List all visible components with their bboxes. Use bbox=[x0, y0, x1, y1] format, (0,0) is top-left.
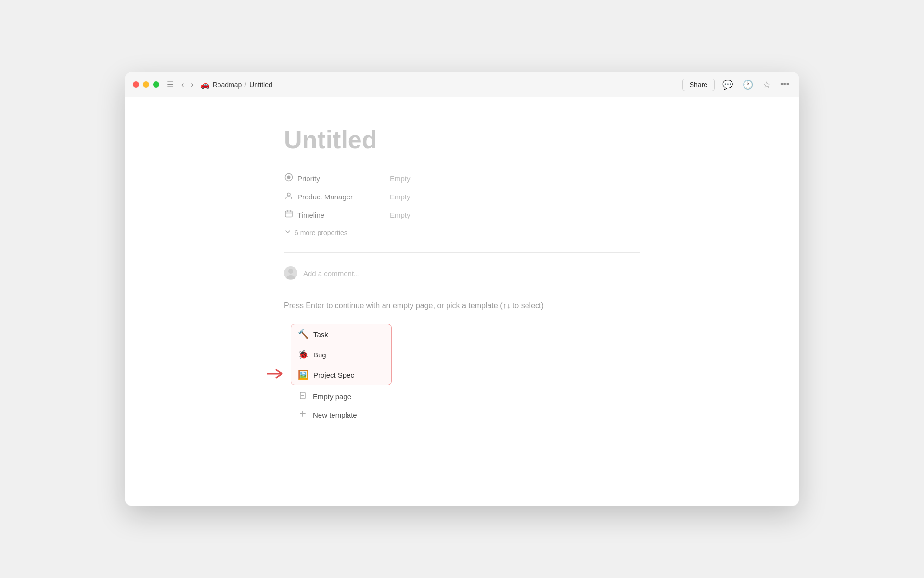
project-spec-icon: 🖼️ bbox=[298, 369, 308, 380]
project-spec-label: Project Spec bbox=[313, 371, 354, 379]
property-label-product-manager: Product Manager bbox=[284, 191, 390, 202]
plus-icon bbox=[297, 410, 308, 420]
property-label-priority: Priority bbox=[284, 173, 390, 184]
template-highlighted-group: 🔨 Task 🐞 Bug 🖼️ Project Spec bbox=[291, 324, 392, 385]
template-hint: Press Enter to continue with an empty pa… bbox=[284, 302, 640, 310]
product-manager-value: Empty bbox=[390, 193, 411, 201]
maximize-button[interactable] bbox=[153, 81, 159, 88]
comment-icon[interactable]: 💬 bbox=[720, 78, 735, 92]
empty-page-label: Empty page bbox=[313, 393, 351, 401]
priority-label: Priority bbox=[297, 174, 320, 183]
breadcrumb-parent[interactable]: Roadmap bbox=[213, 81, 242, 89]
roadmap-emoji: 🚗 bbox=[200, 80, 210, 89]
breadcrumb-separator: / bbox=[244, 81, 246, 89]
properties-divider bbox=[284, 252, 640, 253]
bug-icon: 🐞 bbox=[298, 349, 308, 360]
user-avatar bbox=[284, 266, 297, 280]
main-content: Untitled Priority bbox=[125, 97, 799, 506]
page-body: Untitled Priority bbox=[245, 126, 679, 424]
more-icon[interactable]: ••• bbox=[778, 78, 791, 92]
template-item-project-spec[interactable]: 🖼️ Project Spec bbox=[291, 365, 391, 385]
share-button[interactable]: Share bbox=[682, 79, 715, 91]
nav-arrows: ‹ › bbox=[180, 79, 195, 90]
product-manager-label: Product Manager bbox=[297, 193, 353, 201]
hamburger-icon[interactable]: ☰ bbox=[167, 80, 174, 89]
template-picker: 🔨 Task 🐞 Bug 🖼️ Project Spec bbox=[291, 324, 392, 424]
titlebar: ☰ ‹ › 🚗 Roadmap / Untitled Share 💬 🕐 ☆ •… bbox=[125, 72, 799, 97]
star-icon[interactable]: ☆ bbox=[761, 78, 772, 92]
svg-point-4 bbox=[288, 269, 293, 274]
svg-point-1 bbox=[287, 176, 291, 179]
template-item-bug[interactable]: 🐞 Bug bbox=[291, 344, 391, 365]
more-properties-toggle[interactable]: 6 more properties bbox=[284, 224, 640, 241]
template-others-group: Empty page New template bbox=[291, 387, 392, 424]
back-button[interactable]: ‹ bbox=[180, 79, 186, 90]
more-properties-label: 6 more properties bbox=[295, 229, 347, 236]
chevron-down-icon bbox=[284, 228, 292, 237]
window-controls bbox=[133, 81, 159, 88]
task-icon: 🔨 bbox=[298, 329, 308, 340]
timeline-value: Empty bbox=[390, 211, 411, 219]
comment-area[interactable]: Add a comment... bbox=[284, 261, 640, 286]
property-row-timeline[interactable]: Timeline Empty bbox=[284, 206, 640, 224]
calendar-icon bbox=[284, 210, 294, 220]
app-window: ☰ ‹ › 🚗 Roadmap / Untitled Share 💬 🕐 ☆ •… bbox=[125, 72, 799, 506]
breadcrumb: 🚗 Roadmap / Untitled bbox=[200, 80, 272, 89]
breadcrumb-current: Untitled bbox=[249, 81, 272, 89]
priority-value: Empty bbox=[390, 174, 411, 183]
comment-placeholder[interactable]: Add a comment... bbox=[303, 269, 360, 277]
properties-section: Priority Empty Product Manager bbox=[284, 169, 640, 241]
svg-rect-3 bbox=[285, 211, 292, 217]
new-template-label: New template bbox=[313, 411, 357, 419]
arrow-indicator bbox=[267, 368, 286, 380]
page-title[interactable]: Untitled bbox=[284, 126, 640, 154]
task-label: Task bbox=[313, 330, 328, 339]
template-item-empty-page[interactable]: Empty page bbox=[291, 387, 392, 406]
titlebar-actions: Share 💬 🕐 ☆ ••• bbox=[682, 78, 791, 92]
template-item-task[interactable]: 🔨 Task bbox=[291, 324, 391, 344]
bug-label: Bug bbox=[313, 351, 326, 359]
property-row-product-manager[interactable]: Product Manager Empty bbox=[284, 187, 640, 206]
history-icon[interactable]: 🕐 bbox=[741, 78, 755, 92]
timeline-label: Timeline bbox=[297, 211, 324, 219]
template-item-new-template[interactable]: New template bbox=[291, 406, 392, 424]
minimize-button[interactable] bbox=[143, 81, 149, 88]
property-row-priority[interactable]: Priority Empty bbox=[284, 169, 640, 187]
close-button[interactable] bbox=[133, 81, 139, 88]
page-icon bbox=[297, 392, 308, 401]
forward-button[interactable]: › bbox=[189, 79, 195, 90]
svg-point-2 bbox=[287, 193, 290, 196]
person-icon bbox=[284, 191, 294, 202]
property-label-timeline: Timeline bbox=[284, 210, 390, 220]
priority-icon bbox=[284, 173, 294, 184]
